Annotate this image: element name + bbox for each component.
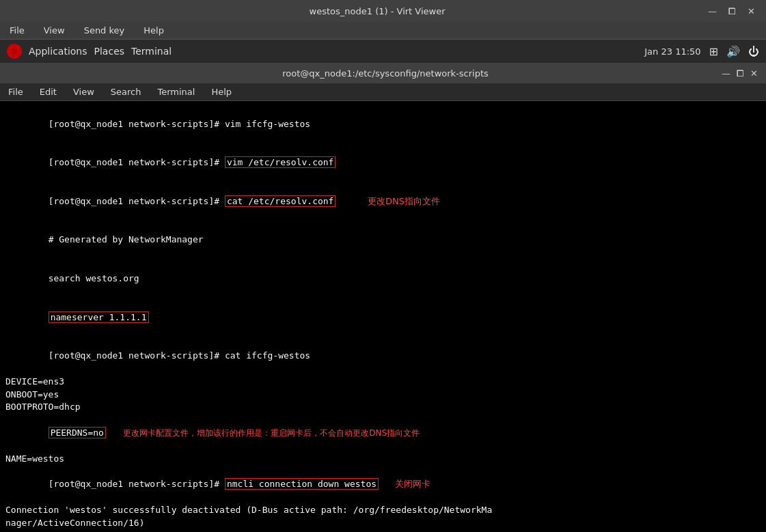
menu-file[interactable]: File [5, 24, 29, 37]
inner-close-button[interactable]: ✕ [750, 68, 758, 79]
outer-window: westos_node1 (1) - Virt Viewer — ⧠ ✕ Fil… [0, 0, 766, 532]
terminal-line-name: NAME=westos [5, 453, 761, 466]
terminal-line-2: [root@qx_node1 network-scripts]# vim /et… [5, 144, 761, 183]
inner-menu-file[interactable]: File [5, 85, 26, 98]
inner-window-title: root@qx_node1:/etc/sysconfig/network-scr… [49, 68, 722, 79]
minimize-button[interactable]: — [705, 6, 720, 16]
cmd: vim ifcfg-westos [225, 119, 310, 129]
restore-button[interactable]: ⧠ [725, 6, 739, 16]
menu-help[interactable]: Help [139, 24, 168, 37]
output: # Generated by NetworkManager [49, 234, 204, 244]
terminal-line-deact1: Connection 'westos' successfully deactiv… [5, 504, 761, 517]
terminal-line-7: [root@qx_node1 network-scripts]# cat ifc… [5, 337, 761, 376]
network-icon[interactable]: ⊞ [709, 45, 718, 58]
inner-window-controls: — ⧠ ✕ [722, 68, 758, 79]
cmd-highlight: vim /etc/resolv.conf [225, 156, 336, 168]
cmd-highlight: cat /etc/resolv.conf [225, 195, 336, 207]
gnome-datetime: Jan 23 11:50 [644, 46, 700, 57]
volume-icon[interactable]: 🔊 [726, 45, 740, 58]
terminal-line-6: nameserver 1.1.1.1 [5, 298, 761, 337]
inner-menu-edit[interactable]: Edit [37, 85, 59, 98]
window-controls: — ⧠ ✕ [705, 6, 758, 16]
gnome-bar-left: Applications Places Terminal [7, 44, 172, 59]
annotation-dns: 更改DNS指向文件 [356, 196, 440, 206]
close-button[interactable]: ✕ [745, 6, 758, 16]
inner-minimize-button[interactable]: — [722, 68, 730, 79]
prompt: [root@qx_node1 network-scripts]# [49, 119, 225, 129]
terminal-line-3: [root@qx_node1 network-scripts]# cat /et… [5, 182, 761, 221]
nameserver-highlight: nameserver 1.1.1.1 [49, 311, 149, 323]
annotation-down: 关闭网卡 [389, 479, 430, 489]
inner-menu-help[interactable]: Help [208, 85, 234, 98]
gnome-terminal[interactable]: Terminal [131, 46, 172, 57]
inner-menu-search[interactable]: Search [108, 85, 144, 98]
gnome-applications[interactable]: Applications [29, 46, 87, 57]
gnome-bar: Applications Places Terminal Jan 23 11:5… [0, 40, 766, 63]
power-icon[interactable]: ⏻ [748, 45, 759, 58]
inner-menu-bar: File Edit View Search Terminal Help [0, 83, 766, 101]
inner-window: root@qx_node1:/etc/sysconfig/network-scr… [0, 63, 766, 532]
terminal-line-peerdns: PEERDNS=no 更改网卡配置文件，增加该行的作用是：重启网卡后，不会自动更… [5, 414, 761, 453]
menu-view[interactable]: View [40, 24, 69, 37]
peerdns-highlight: PEERDNS=no [49, 427, 106, 438]
gnome-places[interactable]: Places [94, 46, 125, 57]
terminal-content[interactable]: [root@qx_node1 network-scripts]# vim ifc… [0, 101, 766, 532]
terminal-line-nmcli-down: [root@qx_node1 network-scripts]# nmcli c… [5, 466, 761, 505]
terminal-line-8: DEVICE=ens3 [5, 376, 761, 389]
nmcli-down-highlight: nmcli connection down westos [225, 478, 379, 490]
window-title: westos_node1 (1) - Virt Viewer [49, 6, 705, 16]
inner-menu-view[interactable]: View [70, 85, 97, 98]
terminal-line-10: BOOTPROTO=dhcp [5, 401, 761, 414]
prompt: [root@qx_node1 network-scripts]# [49, 350, 225, 361]
gnome-bar-right: Jan 23 11:50 ⊞ 🔊 ⏻ [644, 45, 759, 58]
terminal-line-deact2: nager/ActiveConnection/16) [5, 517, 761, 530]
prompt: [root@qx_node1 network-scripts]# [49, 196, 225, 206]
title-bar: westos_node1 (1) - Virt Viewer — ⧠ ✕ [0, 0, 766, 22]
terminal-line-9: ONBOOT=yes [5, 389, 761, 402]
terminal-line-5: search westos.org [5, 260, 761, 298]
gnome-logo [7, 44, 22, 59]
terminal-line-4: # Generated by NetworkManager [5, 221, 761, 260]
menu-sendkey[interactable]: Send key [80, 24, 129, 37]
prompt: [root@qx_node1 network-scripts]# [49, 157, 225, 167]
cmd: cat ifcfg-westos [225, 350, 310, 361]
terminal-line-1: [root@qx_node1 network-scripts]# vim ifc… [5, 105, 761, 144]
prompt: [root@qx_node1 network-scripts]# [49, 479, 225, 489]
output: search westos.org [49, 273, 139, 283]
outer-menu-bar: File View Send key Help [0, 22, 766, 40]
annotation-peerdns: 更改网卡配置文件，增加该行的作用是：重启网卡后，不会自动更改DNS指向文件 [113, 428, 420, 438]
inner-restore-button[interactable]: ⧠ [736, 68, 745, 79]
inner-title-bar: root@qx_node1:/etc/sysconfig/network-scr… [0, 63, 766, 83]
inner-menu-terminal[interactable]: Terminal [154, 85, 197, 98]
svg-point-1 [12, 48, 17, 54]
